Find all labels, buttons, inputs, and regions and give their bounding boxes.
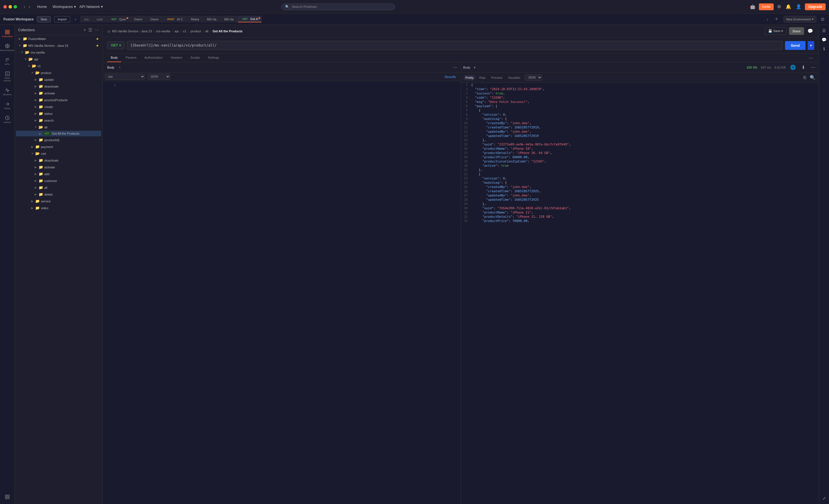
- folder-product[interactable]: ▼ 📂 product: [16, 70, 101, 76]
- fmt-tab-raw[interactable]: Raw: [477, 75, 488, 80]
- folder-video[interactable]: ▶ 📁 video: [16, 205, 101, 211]
- download-icon[interactable]: ⬇: [800, 64, 806, 71]
- forward-button[interactable]: ›: [28, 4, 31, 10]
- request-get-all-products[interactable]: ▶ GET Get All the Products: [16, 131, 101, 137]
- tab-body[interactable]: Body: [107, 53, 121, 62]
- search-bar[interactable]: 🔍 Search Postman: [282, 3, 395, 10]
- tab-settings[interactable]: Settings: [204, 53, 222, 62]
- search-icon[interactable]: 🔍: [808, 74, 817, 81]
- share-button[interactable]: Share: [789, 27, 804, 35]
- request-body-editor[interactable]: 1: [103, 81, 461, 504]
- folder-service[interactable]: ▶ 📁 service: [16, 198, 101, 204]
- expand-icon[interactable]: ⤢: [821, 495, 827, 502]
- folder-cart-all[interactable]: ▶ 📁 all: [16, 184, 101, 191]
- response-format-selector[interactable]: JSON: [525, 75, 542, 80]
- tab-overv1[interactable]: Overv: [130, 16, 146, 23]
- tab-ery[interactable]: ery: [80, 16, 92, 23]
- tab-auth[interactable]: Authorization: [141, 53, 166, 62]
- more-options-icon[interactable]: ⋯: [807, 54, 814, 62]
- send-button[interactable]: Send: [785, 41, 805, 50]
- info-button[interactable]: ℹ: [822, 45, 826, 52]
- folder-ms-vanilla[interactable]: ▼ 📂 ms-vanilla: [16, 49, 101, 55]
- sidebar-item-monitors[interactable]: Monitors: [1, 85, 13, 98]
- more-options-icon[interactable]: ⋯: [810, 64, 817, 71]
- env-settings-icon[interactable]: ⊙: [820, 15, 826, 23]
- beautify-button[interactable]: Beautify: [445, 75, 459, 79]
- minimize-button[interactable]: [8, 5, 12, 8]
- folder-cart-add[interactable]: ▶ 📁 add: [16, 171, 101, 177]
- home-button[interactable]: Home: [35, 3, 49, 10]
- comments-button[interactable]: 💬: [821, 36, 828, 43]
- tab-msva2[interactable]: MS-Va: [221, 16, 238, 23]
- sidebar-item-flows[interactable]: Flows: [1, 99, 13, 112]
- collection-fusionwater[interactable]: ▶ 📁 FusionWater ★: [16, 35, 101, 42]
- sidebar-item-apps[interactable]: [1, 492, 13, 502]
- breadcrumb-item[interactable]: MS-Vanilla Service - Java 23: [112, 30, 152, 33]
- folder-cart[interactable]: ▼ 📂 cart: [16, 150, 101, 157]
- tab-scroll-left[interactable]: ‹: [74, 16, 77, 23]
- folder-cart-delete[interactable]: ▶ 📁 delete: [16, 191, 101, 198]
- sidebar-item-collections[interactable]: Collections: [1, 27, 13, 40]
- import-button[interactable]: Import: [54, 16, 70, 23]
- folder-cart-customer[interactable]: ▶ 📁 customer: [16, 178, 101, 184]
- tab-headers[interactable]: Headers: [167, 53, 186, 62]
- new-button[interactable]: New: [37, 16, 50, 23]
- breadcrumb-item[interactable]: all: [205, 30, 208, 33]
- folder-status[interactable]: ▶ 📁 status: [16, 110, 101, 117]
- breadcrumb-item[interactable]: api: [175, 30, 179, 33]
- tab-ai[interactable]: POSTAI C: [163, 16, 187, 23]
- save-button[interactable]: 💾 Save ▾: [765, 27, 787, 35]
- sidebar-item-mock[interactable]: Mock servers: [1, 69, 13, 84]
- tab-scripts[interactable]: Scripts: [187, 53, 204, 62]
- folder-cart-deactivate[interactable]: ▶ 📁 deactivate: [16, 157, 101, 163]
- tab-overv2[interactable]: Overv: [147, 16, 162, 23]
- filter-button[interactable]: ☰: [88, 27, 92, 33]
- folder-search[interactable]: ▶ 📁 search: [16, 117, 101, 124]
- folder-activate[interactable]: ▶ 📁 activate: [16, 90, 101, 96]
- maximize-button[interactable]: [13, 5, 17, 8]
- breadcrumb-item[interactable]: ms-vanilla: [156, 30, 170, 33]
- invite-button[interactable]: Invite: [759, 3, 774, 10]
- robot-icon[interactable]: 🤖: [749, 3, 757, 10]
- breadcrumb-item[interactable]: v1: [183, 30, 186, 33]
- folder-process-products[interactable]: ▶ 📁 processProducts: [16, 96, 101, 103]
- fmt-tab-pretty[interactable]: Pretty: [463, 75, 476, 80]
- api-network-button[interactable]: API Network ▾: [79, 4, 103, 9]
- tab-get-all[interactable]: GETGet A: [238, 16, 261, 23]
- fmt-tab-preview[interactable]: Preview: [489, 75, 504, 80]
- breadcrumb-item[interactable]: product: [190, 30, 201, 33]
- env-selector[interactable]: New Environment ▾: [784, 16, 816, 23]
- more-options-icon[interactable]: ⋯: [452, 64, 459, 71]
- tab-quer[interactable]: GETQuer: [107, 16, 130, 23]
- collection-ms-vanilla[interactable]: ▼ 📁 MS-Vanilla Service - Java 23 ★: [16, 42, 101, 49]
- workspaces-button[interactable]: Workspaces ▾: [52, 4, 76, 9]
- method-selector[interactable]: GET ▾: [107, 41, 124, 49]
- url-input[interactable]: [127, 41, 783, 50]
- folder-product-id[interactable]: ▶ 📁 {productId}: [16, 137, 101, 143]
- folder-all[interactable]: ▼ 📂 all: [16, 124, 101, 130]
- more-options-button[interactable]: ⋯: [95, 27, 99, 33]
- folder-cart-activate[interactable]: ▶ 📁 activate: [16, 164, 101, 170]
- comments-icon[interactable]: 💬: [806, 27, 814, 35]
- folder-deactivate[interactable]: ▶ 📁 deactivate: [16, 83, 101, 89]
- body-type-selector[interactable]: raw form-data x-www-form-urlencoded bina…: [105, 74, 145, 80]
- tab-uuid[interactable]: uuid: [93, 16, 106, 23]
- fmt-tab-visualize[interactable]: Visualize: [506, 75, 522, 80]
- tab-relea[interactable]: Relea: [187, 16, 203, 23]
- folder-api[interactable]: ▼ 📂 api: [16, 56, 101, 62]
- settings-icon[interactable]: ⚙: [776, 3, 782, 10]
- sidebar-item-apis[interactable]: APIs: [1, 55, 13, 68]
- upgrade-button[interactable]: Upgrade: [805, 3, 826, 10]
- tab-scroll-right[interactable]: ›: [766, 16, 769, 23]
- close-button[interactable]: [3, 5, 7, 8]
- add-tab-button[interactable]: +: [773, 15, 781, 23]
- right-panel-toggle[interactable]: ☰: [821, 27, 827, 34]
- avatar[interactable]: 👤: [795, 3, 803, 10]
- globe-icon[interactable]: 🌐: [789, 64, 797, 71]
- folder-create[interactable]: ▶ 📁 create: [16, 104, 101, 110]
- tab-params[interactable]: Params: [122, 53, 140, 62]
- send-dropdown-button[interactable]: ▾: [808, 41, 814, 50]
- copy-icon[interactable]: ⎘: [802, 74, 807, 81]
- add-collection-button[interactable]: +: [83, 28, 86, 33]
- sidebar-item-environments[interactable]: Environments: [1, 41, 13, 54]
